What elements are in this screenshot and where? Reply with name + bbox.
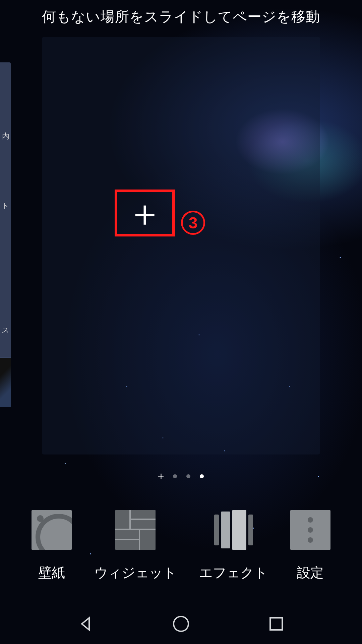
launcher-edit-options: 壁紙 ウィジェット エフェクト 設定	[0, 510, 362, 582]
prev-item-fragment: ト	[0, 186, 11, 226]
nav-recent-button[interactable]	[267, 614, 286, 633]
page-dot[interactable]	[173, 474, 177, 478]
option-effects[interactable]: エフェクト	[199, 510, 268, 582]
nav-back-button[interactable]	[76, 614, 95, 633]
settings-icon	[290, 510, 330, 550]
step-callout-badge: 3	[181, 211, 205, 235]
page-dot-active[interactable]	[200, 474, 204, 478]
widgets-icon	[115, 510, 156, 550]
wallpaper-icon	[32, 510, 72, 550]
add-page-button[interactable]: ＋	[115, 190, 175, 236]
plus-icon: ＋	[126, 195, 163, 231]
page-dot[interactable]	[186, 474, 190, 478]
option-label: ウィジェット	[94, 564, 177, 582]
recent-icon	[269, 616, 284, 631]
option-label: エフェクト	[199, 564, 268, 582]
home-icon	[172, 615, 190, 633]
prev-thumb-fragment	[0, 357, 11, 407]
option-widgets[interactable]: ウィジェット	[94, 510, 177, 582]
svg-rect-1	[270, 618, 282, 630]
option-wallpaper[interactable]: 壁紙	[32, 510, 72, 582]
effects-icon	[214, 510, 254, 550]
home-page-preview[interactable]	[42, 37, 320, 454]
page-dot-add[interactable]	[158, 474, 164, 479]
svg-point-0	[174, 616, 188, 631]
option-settings[interactable]: 設定	[290, 510, 330, 582]
reorder-hint-text: 何もない場所をスライドしてページを移動	[0, 7, 362, 26]
page-indicator	[0, 474, 362, 479]
prev-item-fragment: 内	[0, 116, 11, 156]
system-navbar	[0, 604, 362, 644]
nav-home-button[interactable]	[172, 614, 190, 633]
previous-page-sliver[interactable]: 内 ト ス	[0, 62, 11, 407]
option-label: 設定	[297, 564, 324, 582]
prev-item-fragment: ス	[0, 310, 11, 350]
back-icon	[78, 616, 94, 632]
option-label: 壁紙	[38, 564, 65, 582]
